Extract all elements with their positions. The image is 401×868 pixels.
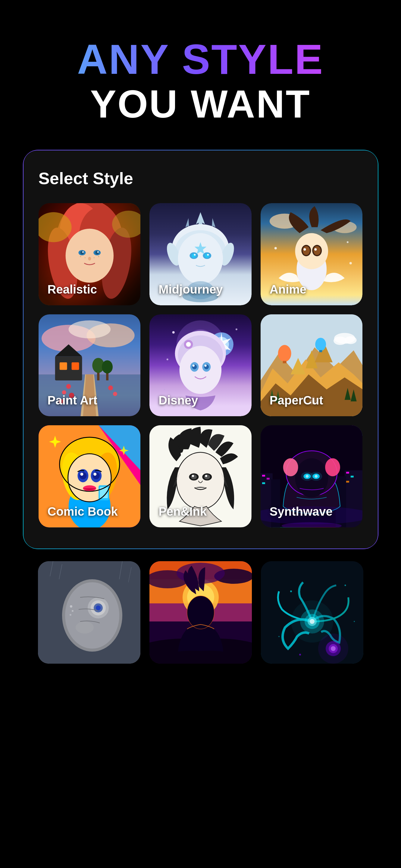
svg-point-12 [88, 257, 91, 260]
style-label-disney: Disney [159, 394, 198, 407]
style-item-midjourney[interactable]: Midjourney [149, 203, 252, 305]
style-item-comic-book[interactable]: Comic Book [39, 425, 141, 527]
svg-point-14 [85, 257, 85, 258]
svg-point-139 [205, 475, 207, 477]
hero-section: ANY STYLE YOU WANT [0, 0, 401, 150]
svg-point-175 [70, 614, 71, 616]
style-item-paint-art[interactable]: Paint Art [39, 314, 141, 416]
svg-point-103 [345, 336, 357, 344]
svg-point-87 [167, 358, 168, 360]
style-label-synthwave: Synthwave [270, 505, 333, 518]
svg-point-32 [207, 254, 209, 255]
style-item-fantasy[interactable] [261, 561, 363, 664]
svg-point-201 [318, 633, 348, 664]
svg-point-137 [204, 475, 210, 479]
svg-point-31 [194, 254, 196, 255]
svg-rect-146 [267, 478, 270, 480]
svg-rect-149 [351, 476, 354, 478]
svg-point-89 [164, 389, 165, 390]
svg-rect-65 [71, 362, 79, 370]
style-label-comic-book: Comic Book [47, 505, 118, 518]
svg-point-123 [80, 473, 83, 476]
style-label-realistic: Realistic [47, 283, 97, 296]
style-item-disney[interactable]: Disney [149, 314, 252, 416]
svg-point-171 [96, 606, 101, 610]
svg-rect-100 [319, 350, 322, 352]
sunset-illustration [149, 561, 252, 664]
svg-point-88 [236, 328, 237, 330]
svg-point-133 [176, 453, 225, 509]
svg-point-56 [66, 384, 71, 389]
hero-title-line1: ANY STYLE [18, 36, 383, 83]
svg-point-78 [186, 342, 191, 347]
style-item-synthwave[interactable]: Synthwave [261, 425, 363, 527]
svg-rect-147 [262, 483, 265, 484]
style-label-pen-ink: Pen&Ink [159, 505, 207, 518]
svg-point-154 [283, 458, 298, 476]
svg-point-85 [205, 365, 207, 367]
svg-point-54 [68, 320, 110, 338]
svg-point-60 [108, 385, 113, 390]
svg-point-48 [347, 241, 348, 243]
style-label-anime: Anime [270, 283, 306, 296]
svg-point-155 [325, 458, 340, 476]
styles-grid: Realistic [39, 203, 363, 527]
svg-point-202 [290, 590, 292, 592]
svg-point-50 [349, 262, 352, 264]
svg-rect-150 [346, 481, 349, 483]
svg-point-11 [97, 251, 99, 253]
svg-point-69 [102, 360, 113, 373]
svg-point-136 [191, 475, 197, 479]
svg-point-44 [313, 246, 321, 255]
svg-rect-64 [59, 362, 67, 370]
style-item-pen-ink[interactable]: Pen&Ink [149, 425, 252, 527]
svg-point-5 [65, 229, 113, 283]
svg-rect-145 [262, 475, 265, 477]
svg-rect-148 [346, 472, 349, 474]
style-label-midjourney: Midjourney [159, 283, 223, 296]
svg-point-26 [178, 233, 223, 284]
style-label-paint-art: Paint Art [47, 394, 97, 407]
style-item-anime[interactable]: Anime [261, 203, 363, 305]
fantasy-illustration [261, 561, 363, 664]
svg-point-47 [274, 247, 277, 249]
svg-point-79 [179, 346, 222, 394]
svg-point-15 [98, 256, 99, 257]
svg-point-97 [278, 345, 291, 362]
svg-point-173 [70, 605, 72, 608]
svg-point-205 [354, 621, 355, 622]
svg-point-10 [82, 251, 83, 253]
style-item-papercut[interactable]: PaperCut [261, 314, 363, 416]
style-select-card: Select Style [23, 150, 378, 549]
svg-point-49 [281, 277, 282, 279]
style-item-realistic[interactable]: Realistic [39, 203, 141, 305]
svg-point-206 [299, 654, 301, 655]
svg-point-172 [76, 621, 94, 633]
svg-point-124 [93, 473, 96, 476]
robot-illustration [38, 561, 140, 664]
svg-point-16 [93, 257, 94, 258]
svg-point-99 [315, 338, 326, 351]
svg-rect-98 [283, 361, 287, 363]
svg-point-161 [310, 472, 322, 481]
svg-point-86 [172, 331, 175, 333]
svg-point-203 [344, 585, 346, 586]
hero-title-line2: YOU WANT [18, 83, 383, 126]
svg-point-46 [314, 248, 316, 250]
svg-point-13 [80, 256, 81, 257]
svg-point-45 [303, 248, 306, 250]
section-title: Select Style [39, 168, 363, 188]
svg-point-121 [79, 472, 87, 479]
svg-point-138 [192, 475, 194, 477]
style-item-sunset-girl[interactable] [149, 561, 252, 664]
svg-point-43 [302, 246, 310, 255]
svg-point-204 [278, 636, 279, 637]
svg-point-40 [295, 233, 328, 270]
svg-point-61 [113, 392, 117, 396]
svg-point-84 [193, 365, 195, 367]
style-label-papercut: PaperCut [270, 394, 323, 407]
bottom-styles-row [23, 561, 378, 664]
svg-point-122 [93, 472, 100, 479]
svg-point-174 [72, 610, 73, 612]
style-item-robot[interactable] [38, 561, 140, 664]
